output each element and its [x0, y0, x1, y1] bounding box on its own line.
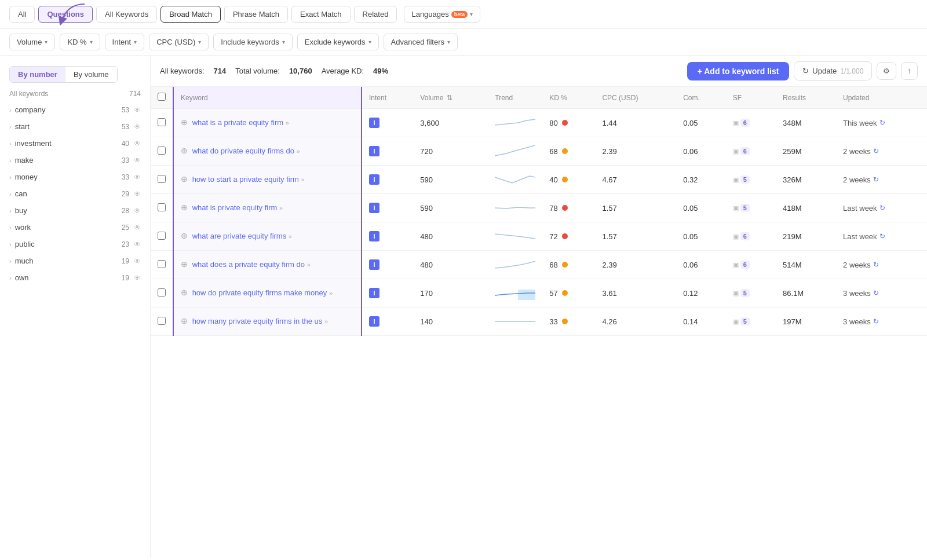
eye-icon[interactable]: 👁 [134, 173, 141, 181]
cpc-cell: 4.26 [595, 308, 676, 336]
kd-filter[interactable]: KD % ▾ [60, 34, 100, 50]
languages-button[interactable]: Languages beta ▾ [404, 6, 480, 23]
intent-badge: I [369, 174, 379, 185]
add-keyword-icon[interactable]: ⊕ [181, 146, 188, 155]
tab-questions[interactable]: Questions [38, 6, 93, 23]
row-checkbox[interactable] [158, 232, 166, 240]
row-checkbox[interactable] [158, 147, 166, 155]
kd-cell: 68 [542, 137, 595, 166]
eye-icon[interactable]: 👁 [134, 140, 141, 148]
refresh-icon[interactable]: ↻ [879, 204, 885, 212]
sidebar-item[interactable]: › make 33 👁 [0, 152, 150, 169]
kd-dot [562, 177, 568, 182]
sidebar-item[interactable]: › money 33 👁 [0, 169, 150, 185]
add-to-keyword-list-button[interactable]: + Add to keyword list [687, 62, 790, 80]
add-keyword-icon[interactable]: ⊕ [181, 316, 188, 325]
add-keyword-icon[interactable]: ⊕ [181, 174, 188, 184]
sf-number[interactable]: 5 [740, 204, 750, 212]
sidebar-item[interactable]: › investment 40 👁 [0, 135, 150, 152]
row-checkbox[interactable] [158, 203, 166, 211]
com-cell: 0.32 [676, 166, 726, 194]
row-checkbox[interactable] [158, 260, 166, 268]
keyword-link[interactable]: what are private equity firms [192, 232, 287, 240]
by-volume-btn[interactable]: By volume [65, 67, 117, 82]
keyword-arrow-icon: » [286, 119, 289, 126]
by-number-btn[interactable]: By number [10, 67, 65, 82]
tab-phrase-match[interactable]: Phrase Match [224, 6, 288, 23]
export-button[interactable]: ↑ [901, 62, 918, 80]
stats-right: + Add to keyword list ↻ Update 1/1,000 ⚙… [687, 61, 918, 80]
tab-exact-match[interactable]: Exact Match [291, 6, 351, 23]
tab-all[interactable]: All [9, 6, 35, 23]
add-keyword-icon[interactable]: ⊕ [181, 288, 188, 297]
keyword-link[interactable]: what is private equity firm [192, 203, 278, 212]
sf-number[interactable]: 6 [740, 232, 750, 240]
sf-number[interactable]: 5 [740, 289, 750, 297]
keyword-link[interactable]: how do private equity firms make money [192, 288, 327, 297]
keyword-link[interactable]: what do private equity firms do [192, 147, 294, 155]
refresh-icon[interactable]: ↻ [873, 317, 879, 325]
sidebar-item[interactable]: › start 53 👁 [0, 118, 150, 135]
refresh-icon[interactable]: ↻ [879, 119, 885, 127]
sf-number[interactable]: 6 [740, 147, 750, 155]
eye-icon[interactable]: 👁 [134, 240, 141, 248]
keyword-arrow-icon: » [301, 176, 305, 183]
eye-icon[interactable]: 👁 [134, 274, 141, 282]
add-keyword-icon[interactable]: ⊕ [181, 259, 188, 269]
sidebar-item-count: 53 [122, 106, 129, 114]
eye-icon[interactable]: 👁 [134, 207, 141, 215]
row-checkbox[interactable] [158, 317, 166, 325]
settings-button[interactable]: ⚙ [877, 62, 896, 80]
eye-icon[interactable]: 👁 [134, 123, 141, 131]
refresh-icon[interactable]: ↻ [873, 147, 879, 155]
eye-icon[interactable]: 👁 [134, 224, 141, 232]
select-all-checkbox[interactable] [158, 93, 166, 101]
sf-number[interactable]: 6 [740, 261, 750, 269]
updated-cell: This week ↻ [836, 109, 927, 137]
keyword-link[interactable]: what does a private equity firm do [192, 260, 305, 269]
sidebar-item[interactable]: › buy 28 👁 [0, 202, 150, 219]
intent-filter[interactable]: Intent ▾ [105, 34, 145, 50]
sidebar-item[interactable]: › company 53 👁 [0, 101, 150, 118]
cpc-column-header: CPC (USD) [595, 87, 676, 109]
expand-icon: › [9, 123, 12, 130]
row-checkbox[interactable] [158, 175, 166, 183]
eye-icon[interactable]: 👁 [134, 106, 141, 114]
exclude-keywords-filter[interactable]: Exclude keywords ▾ [297, 34, 379, 50]
keyword-link[interactable]: how many private equity firms in the us [192, 317, 323, 325]
sidebar-item[interactable]: › much 19 👁 [0, 252, 150, 269]
keyword-link[interactable]: how to start a private equity firm [192, 175, 299, 184]
trend-cell [488, 166, 542, 194]
sidebar-item[interactable]: › own 19 👁 [0, 269, 150, 286]
updated-text: Last week [843, 232, 877, 241]
refresh-icon[interactable]: ↻ [873, 289, 879, 297]
sidebar-item[interactable]: › work 25 👁 [0, 219, 150, 236]
eye-icon[interactable]: 👁 [134, 190, 141, 198]
cpc-filter[interactable]: CPC (USD) ▾ [149, 34, 209, 50]
row-checkbox[interactable] [158, 288, 166, 297]
sf-number[interactable]: 5 [740, 175, 750, 184]
volume-filter[interactable]: Volume ▾ [9, 34, 55, 50]
tab-broad-match[interactable]: Broad Match [160, 6, 221, 23]
update-button[interactable]: ↻ Update 1/1,000 [794, 61, 872, 80]
sidebar-item[interactable]: › can 29 👁 [0, 185, 150, 202]
advanced-filters[interactable]: Advanced filters ▾ [384, 34, 458, 50]
sf-number[interactable]: 6 [740, 119, 750, 127]
keyword-link[interactable]: what is a private equity firm [192, 118, 284, 127]
tab-related[interactable]: Related [354, 6, 397, 23]
refresh-icon[interactable]: ↻ [873, 261, 879, 269]
add-keyword-icon[interactable]: ⊕ [181, 203, 188, 212]
sf-number[interactable]: 5 [740, 317, 750, 325]
refresh-icon[interactable]: ↻ [879, 232, 885, 240]
row-checkbox[interactable] [158, 118, 166, 126]
volume-column-header[interactable]: Volume ⇅ [413, 87, 488, 109]
eye-icon[interactable]: 👁 [134, 257, 141, 265]
include-keywords-filter[interactable]: Include keywords ▾ [213, 34, 292, 50]
refresh-icon[interactable]: ↻ [873, 175, 879, 184]
add-keyword-icon[interactable]: ⊕ [181, 118, 188, 127]
tab-all-keywords[interactable]: All Keywords [96, 6, 157, 23]
add-keyword-icon[interactable]: ⊕ [181, 231, 188, 240]
sidebar-item[interactable]: › public 23 👁 [0, 236, 150, 252]
kd-value: 40 [549, 175, 557, 184]
eye-icon[interactable]: 👁 [134, 156, 141, 164]
